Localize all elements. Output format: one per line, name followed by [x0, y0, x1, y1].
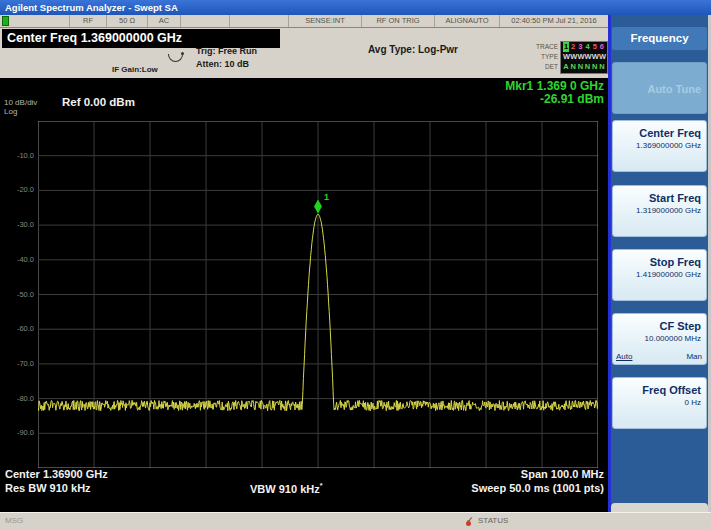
legend-row-label: TYPE [524, 51, 558, 61]
spectrum-plot: 1 [38, 121, 598, 468]
y-axis-label: -50.0 [4, 290, 34, 299]
atten-label: Atten: 10 dB [196, 59, 249, 69]
marker-level: -26.91 dBm [505, 93, 604, 106]
trace-legend-values: 123456WWWWWWANNNNN [560, 41, 608, 74]
status-cell: ALIGNAUTO [435, 15, 500, 27]
marker-diamond [314, 199, 322, 213]
spectrum-analyzer-window: Agilent Spectrum Analyzer - Swept SA RF5… [0, 0, 711, 530]
coupling-icon [168, 54, 183, 62]
trace-legend-labels: TRACETYPEDET [524, 41, 560, 74]
ref-level-annotation: Ref 0.00 dBm [62, 96, 135, 108]
status-strip-cells: RF50 ΩACSENSE:INTRF ON TRIGALIGNAUTO02:4… [11, 15, 608, 27]
legend-row-values: ANNNNN [563, 62, 605, 72]
local-lock-indicator [2, 16, 9, 26]
status-alert-icon: ✓ [466, 515, 476, 526]
softkey-stop-freq[interactable]: Stop Freq 1.419000000 GHz [612, 249, 707, 301]
window-title: Agilent Spectrum Analyzer - Swept SA [0, 0, 711, 15]
if-gain-label: IF Gain:Low [112, 65, 158, 74]
cf-step-auto[interactable]: Auto [616, 352, 632, 361]
y-axis-label: -80.0 [4, 394, 34, 403]
trigger-label: Trig: Free Run [196, 46, 257, 56]
y-axis-label: -30.0 [4, 220, 34, 229]
measurement-bar: Center Freq 1.369000000 GHz IF Gain:Low … [0, 28, 608, 78]
bottom-status-bar: MSG ✓ STATUS [0, 512, 711, 530]
y-axis-label: -70.0 [4, 359, 34, 368]
status-indicator[interactable]: ✓ STATUS [466, 515, 508, 526]
status-cell [230, 15, 289, 27]
scale-per-div: 10 dB/div [4, 98, 37, 107]
cf-step-toggle: Auto Man [616, 352, 702, 361]
legend-row-values: WWWWWW [563, 52, 605, 62]
status-cell: 02:40:50 PM Jul 21, 2016 [500, 15, 608, 27]
span-annotation: Span 100.0 MHz [521, 468, 604, 480]
msg-indicator: MSG [5, 516, 23, 525]
status-strip: RF50 ΩACSENSE:INTRF ON TRIGALIGNAUTO02:4… [0, 15, 608, 28]
status-cell: SENSE:INT [289, 15, 362, 27]
vbw-uncoupled-flag: * [320, 482, 323, 489]
y-axis-label: -40.0 [4, 255, 34, 264]
vbw-annotation: VBW 910 kHz* [250, 482, 322, 495]
status-cell: RF [70, 15, 107, 27]
status-cell: RF ON TRIG [362, 15, 435, 27]
rbw-annotation: Res BW 910 kHz [5, 482, 91, 494]
status-cell [181, 15, 230, 27]
marker-readout: Mkr1 1.369 0 GHz -26.91 dBm [505, 80, 604, 106]
menu-title: Frequency [612, 27, 707, 50]
legend-row-label: TRACE [524, 41, 558, 51]
trace-legend: TRACETYPEDET 123456WWWWWWANNNNN [524, 41, 608, 74]
legend-row-label: DET [524, 61, 558, 71]
sweep-annotation: Sweep 50.0 ms (1001 pts) [471, 482, 604, 494]
marker-number: 1 [324, 192, 329, 202]
status-cell [11, 15, 70, 27]
softkey-center-freq[interactable]: Center Freq 1.369000000 GHz [612, 120, 707, 172]
status-cell: 50 Ω [107, 15, 148, 27]
softkey-freq-offset[interactable]: Freq Offset 0 Hz [612, 377, 707, 429]
softkey-start-freq[interactable]: Start Freq 1.319000000 GHz [612, 185, 707, 237]
status-label: STATUS [478, 516, 508, 525]
scale-type: Log [4, 107, 37, 116]
y-axis-label: -20.0 [4, 185, 34, 194]
y-axis-label: -60.0 [4, 324, 34, 333]
legend-row-values: 123456 [563, 42, 605, 52]
softkey-auto-tune[interactable]: Auto Tune [612, 62, 707, 114]
y-axis-label: -90.0 [4, 428, 34, 437]
avg-type-label: Avg Type: Log-Pwr [368, 44, 458, 55]
center-annotation: Center 1.36900 GHz [5, 468, 108, 480]
y-axis-label: -10.0 [4, 151, 34, 160]
softkey-cf-step[interactable]: CF Step 10.000000 MHz Auto Man [612, 313, 707, 365]
status-cell: AC [148, 15, 181, 27]
scale-annotation: 10 dB/div Log [4, 98, 37, 116]
cf-step-man[interactable]: Man [686, 352, 702, 361]
softkey-panel: Frequency Auto Tune Center Freq 1.369000… [608, 15, 711, 512]
